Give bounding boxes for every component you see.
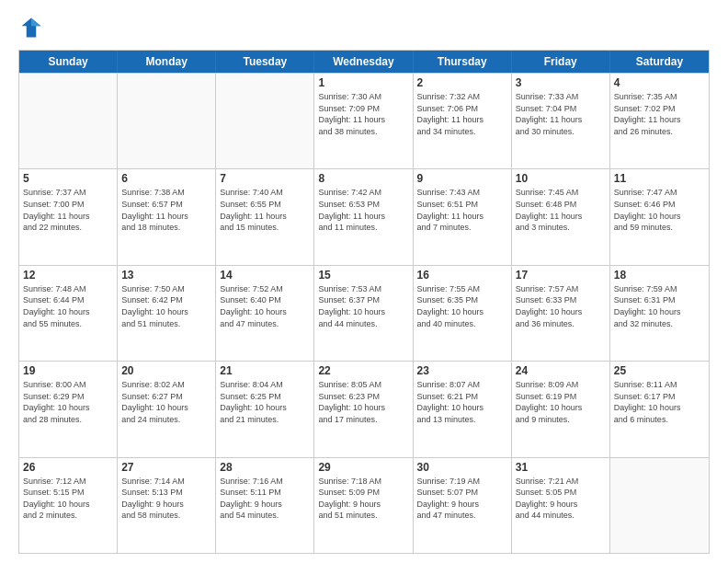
day-info: Sunrise: 7:53 AM Sunset: 6:37 PM Dayligh… <box>318 283 408 329</box>
day-info: Sunrise: 8:04 AM Sunset: 6:25 PM Dayligh… <box>220 379 310 425</box>
day-number: 17 <box>516 269 606 282</box>
day-cell-15: 15Sunrise: 7:53 AM Sunset: 6:37 PM Dayli… <box>314 266 413 361</box>
day-number: 29 <box>318 461 408 474</box>
day-number: 5 <box>23 172 113 185</box>
day-info: Sunrise: 7:38 AM Sunset: 6:57 PM Dayligh… <box>121 187 211 233</box>
logo-icon <box>18 15 44 40</box>
day-cell-3: 3Sunrise: 7:33 AM Sunset: 7:04 PM Daylig… <box>512 74 610 168</box>
day-info: Sunrise: 7:14 AM Sunset: 5:13 PM Dayligh… <box>121 476 211 522</box>
day-cell-21: 21Sunrise: 8:04 AM Sunset: 6:25 PM Dayli… <box>216 362 314 456</box>
day-info: Sunrise: 8:07 AM Sunset: 6:21 PM Dayligh… <box>417 379 507 425</box>
day-cell-2: 2Sunrise: 7:32 AM Sunset: 7:06 PM Daylig… <box>414 74 512 168</box>
day-number: 7 <box>220 172 310 185</box>
day-cell-11: 11Sunrise: 7:47 AM Sunset: 6:46 PM Dayli… <box>610 169 709 264</box>
day-cell-29: 29Sunrise: 7:18 AM Sunset: 5:09 PM Dayli… <box>314 458 413 553</box>
day-number: 30 <box>417 461 507 474</box>
day-number: 11 <box>614 172 705 185</box>
page: SundayMondayTuesdayWednesdayThursdayFrid… <box>0 0 728 563</box>
day-cell-13: 13Sunrise: 7:50 AM Sunset: 6:42 PM Dayli… <box>118 266 216 361</box>
header <box>18 15 710 40</box>
weekday-header-tuesday: Tuesday <box>216 51 314 73</box>
day-number: 1 <box>318 76 408 89</box>
day-cell-25: 25Sunrise: 8:11 AM Sunset: 6:17 PM Dayli… <box>610 362 709 456</box>
day-info: Sunrise: 7:40 AM Sunset: 6:55 PM Dayligh… <box>220 187 310 233</box>
day-cell-5: 5Sunrise: 7:37 AM Sunset: 7:00 PM Daylig… <box>19 169 118 264</box>
day-cell-24: 24Sunrise: 8:09 AM Sunset: 6:19 PM Dayli… <box>512 362 610 456</box>
calendar-row-4: 19Sunrise: 8:00 AM Sunset: 6:29 PM Dayli… <box>19 361 709 456</box>
day-info: Sunrise: 7:50 AM Sunset: 6:42 PM Dayligh… <box>121 283 211 329</box>
day-info: Sunrise: 7:30 AM Sunset: 7:09 PM Dayligh… <box>318 91 408 137</box>
weekday-header-monday: Monday <box>118 51 216 73</box>
day-info: Sunrise: 8:00 AM Sunset: 6:29 PM Dayligh… <box>23 379 113 425</box>
day-number: 24 <box>516 364 606 377</box>
day-cell-20: 20Sunrise: 8:02 AM Sunset: 6:27 PM Dayli… <box>118 362 216 456</box>
day-cell-17: 17Sunrise: 7:57 AM Sunset: 6:33 PM Dayli… <box>512 266 610 361</box>
day-number: 8 <box>318 172 408 185</box>
day-info: Sunrise: 7:19 AM Sunset: 5:07 PM Dayligh… <box>417 476 507 522</box>
day-cell-16: 16Sunrise: 7:55 AM Sunset: 6:35 PM Dayli… <box>414 266 512 361</box>
svg-marker-1 <box>31 18 41 27</box>
day-cell-27: 27Sunrise: 7:14 AM Sunset: 5:13 PM Dayli… <box>118 458 216 553</box>
day-number: 16 <box>417 269 507 282</box>
day-cell-9: 9Sunrise: 7:43 AM Sunset: 6:51 PM Daylig… <box>414 169 512 264</box>
day-cell-4: 4Sunrise: 7:35 AM Sunset: 7:02 PM Daylig… <box>610 74 709 168</box>
day-info: Sunrise: 8:09 AM Sunset: 6:19 PM Dayligh… <box>516 379 606 425</box>
day-cell-10: 10Sunrise: 7:45 AM Sunset: 6:48 PM Dayli… <box>512 169 610 264</box>
day-info: Sunrise: 8:02 AM Sunset: 6:27 PM Dayligh… <box>121 379 211 425</box>
day-info: Sunrise: 7:57 AM Sunset: 6:33 PM Dayligh… <box>516 283 606 329</box>
day-cell-empty-r0c2 <box>216 74 314 168</box>
day-number: 19 <box>23 364 113 377</box>
day-number: 10 <box>516 172 606 185</box>
day-info: Sunrise: 7:33 AM Sunset: 7:04 PM Dayligh… <box>516 91 606 137</box>
day-info: Sunrise: 7:43 AM Sunset: 6:51 PM Dayligh… <box>417 187 507 233</box>
day-info: Sunrise: 7:12 AM Sunset: 5:15 PM Dayligh… <box>23 476 113 522</box>
day-info: Sunrise: 7:47 AM Sunset: 6:46 PM Dayligh… <box>614 187 705 233</box>
day-info: Sunrise: 7:52 AM Sunset: 6:40 PM Dayligh… <box>220 283 310 329</box>
calendar-row-5: 26Sunrise: 7:12 AM Sunset: 5:15 PM Dayli… <box>19 457 709 553</box>
day-number: 27 <box>121 461 211 474</box>
day-cell-empty-r0c1 <box>118 74 216 168</box>
day-cell-26: 26Sunrise: 7:12 AM Sunset: 5:15 PM Dayli… <box>19 458 118 553</box>
day-info: Sunrise: 7:48 AM Sunset: 6:44 PM Dayligh… <box>23 283 113 329</box>
day-number: 20 <box>121 364 211 377</box>
day-cell-31: 31Sunrise: 7:21 AM Sunset: 5:05 PM Dayli… <box>512 458 610 553</box>
day-info: Sunrise: 8:11 AM Sunset: 6:17 PM Dayligh… <box>614 379 705 425</box>
day-cell-empty-r4c6 <box>610 458 709 553</box>
calendar-row-2: 5Sunrise: 7:37 AM Sunset: 7:00 PM Daylig… <box>19 168 709 264</box>
day-info: Sunrise: 7:35 AM Sunset: 7:02 PM Dayligh… <box>614 91 705 137</box>
day-cell-empty-r0c0 <box>19 74 118 168</box>
day-cell-18: 18Sunrise: 7:59 AM Sunset: 6:31 PM Dayli… <box>610 266 709 361</box>
day-number: 23 <box>417 364 507 377</box>
day-cell-12: 12Sunrise: 7:48 AM Sunset: 6:44 PM Dayli… <box>19 266 118 361</box>
day-cell-28: 28Sunrise: 7:16 AM Sunset: 5:11 PM Dayli… <box>216 458 314 553</box>
calendar-header: SundayMondayTuesdayWednesdayThursdayFrid… <box>19 51 709 73</box>
day-number: 18 <box>614 269 705 282</box>
day-cell-30: 30Sunrise: 7:19 AM Sunset: 5:07 PM Dayli… <box>414 458 512 553</box>
day-info: Sunrise: 7:37 AM Sunset: 7:00 PM Dayligh… <box>23 187 113 233</box>
calendar-row-1: 1Sunrise: 7:30 AM Sunset: 7:09 PM Daylig… <box>19 73 709 168</box>
day-number: 22 <box>318 364 408 377</box>
day-number: 26 <box>23 461 113 474</box>
day-cell-19: 19Sunrise: 8:00 AM Sunset: 6:29 PM Dayli… <box>19 362 118 456</box>
logo <box>18 15 48 40</box>
day-info: Sunrise: 7:59 AM Sunset: 6:31 PM Dayligh… <box>614 283 705 329</box>
day-number: 15 <box>318 269 408 282</box>
weekday-header-sunday: Sunday <box>19 51 118 73</box>
day-info: Sunrise: 7:21 AM Sunset: 5:05 PM Dayligh… <box>516 476 606 522</box>
day-number: 3 <box>516 76 606 89</box>
calendar-row-3: 12Sunrise: 7:48 AM Sunset: 6:44 PM Dayli… <box>19 265 709 361</box>
day-number: 6 <box>121 172 211 185</box>
day-number: 28 <box>220 461 310 474</box>
day-info: Sunrise: 7:32 AM Sunset: 7:06 PM Dayligh… <box>417 91 507 137</box>
day-number: 21 <box>220 364 310 377</box>
weekday-header-saturday: Saturday <box>610 51 709 73</box>
calendar-body: 1Sunrise: 7:30 AM Sunset: 7:09 PM Daylig… <box>19 73 709 553</box>
weekday-header-friday: Friday <box>512 51 610 73</box>
day-number: 13 <box>121 269 211 282</box>
day-cell-1: 1Sunrise: 7:30 AM Sunset: 7:09 PM Daylig… <box>314 74 413 168</box>
day-info: Sunrise: 7:55 AM Sunset: 6:35 PM Dayligh… <box>417 283 507 329</box>
day-cell-14: 14Sunrise: 7:52 AM Sunset: 6:40 PM Dayli… <box>216 266 314 361</box>
day-info: Sunrise: 7:42 AM Sunset: 6:53 PM Dayligh… <box>318 187 408 233</box>
day-cell-6: 6Sunrise: 7:38 AM Sunset: 6:57 PM Daylig… <box>118 169 216 264</box>
weekday-header-wednesday: Wednesday <box>314 51 413 73</box>
